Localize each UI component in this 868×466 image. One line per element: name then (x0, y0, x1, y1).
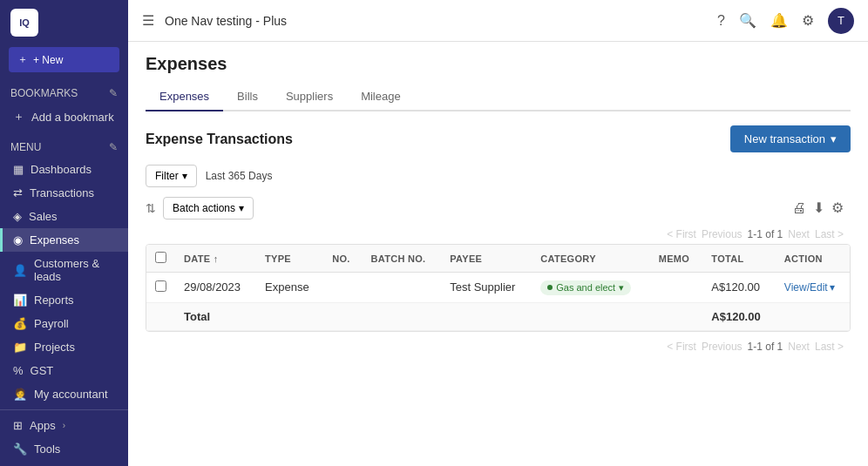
sidebar: IQ ＋ + New BOOKMARKS ✎ ＋ Add a bookmark … (0, 0, 128, 466)
sidebar-item-sales[interactable]: ◈ Sales (0, 205, 128, 228)
total-row: Total A$120.00 (146, 302, 850, 330)
help-icon[interactable]: ? (717, 13, 725, 29)
view-edit-label: View/Edit (784, 281, 828, 294)
row-checkbox[interactable] (155, 280, 166, 292)
sidebar-item-dashboards[interactable]: ▦ Dashboards (0, 158, 128, 181)
first-link-bottom[interactable]: < First (667, 341, 696, 353)
filter-button[interactable]: Filter ▾ (146, 165, 197, 187)
payee-header: PAYEE (441, 245, 532, 273)
sidebar-item-label: Payroll (34, 317, 69, 330)
edit-menu-icon[interactable]: ✎ (109, 141, 118, 153)
gear-icon[interactable]: ⚙ (802, 12, 814, 29)
edit-bookmarks-icon[interactable]: ✎ (109, 87, 118, 99)
type-cell: Expense (256, 273, 323, 303)
menu-header[interactable]: MENU ✎ (0, 137, 128, 158)
last-link-bottom[interactable]: Last > (815, 341, 844, 353)
category-chevron-icon[interactable]: ▾ (619, 282, 624, 294)
sidebar-item-apps[interactable]: ⊞ Apps › (0, 414, 128, 437)
next-link[interactable]: Next (788, 228, 810, 240)
total-header: TOTAL (702, 245, 776, 273)
table: DATE ↑ TYPE NO. BATCH NO. (146, 245, 850, 331)
main-content: ☰ One Nav testing - Plus ? 🔍 🔔 ⚙ T Expen… (128, 0, 868, 466)
print-icon[interactable]: 🖨 (792, 200, 806, 216)
sidebar-add-bookmark[interactable]: ＋ Add a bookmark (0, 104, 128, 130)
tab-bills[interactable]: Bills (223, 83, 272, 111)
next-link-bottom[interactable]: Next (788, 341, 810, 353)
date-header[interactable]: DATE ↑ (175, 245, 256, 273)
section-title: Expense Transactions (146, 132, 293, 147)
filter-label: Filter (155, 170, 179, 182)
sidebar-item-label: Transactions (30, 186, 94, 199)
company-name: One Nav testing - Plus (165, 14, 287, 28)
first-link[interactable]: < First (667, 228, 696, 240)
no-header: NO. (323, 245, 362, 273)
type-header: TYPE (256, 245, 323, 273)
view-edit-chevron-icon: ▾ (830, 281, 835, 294)
pagination-bottom: < First Previous 1-1 of 1 Next Last > (146, 337, 851, 356)
row-checkbox-cell (146, 273, 175, 303)
page-header: Expenses Expenses Bills Suppliers Mileag… (128, 42, 868, 111)
bell-icon[interactable]: 🔔 (770, 12, 788, 29)
settings-table-icon[interactable]: ⚙ (831, 199, 844, 216)
batch-no-cell (362, 273, 441, 303)
bookmarks-section: BOOKMARKS ✎ ＋ Add a bookmark (0, 79, 128, 133)
category-dot (547, 285, 553, 290)
view-edit-button[interactable]: View/Edit ▾ (784, 281, 835, 294)
projects-icon: 📁 (13, 341, 27, 354)
bookmarks-label: BOOKMARKS (10, 87, 78, 99)
sort-icon[interactable]: ⇅ (146, 201, 156, 215)
tab-expenses[interactable]: Expenses (146, 83, 223, 111)
page: Expenses Expenses Bills Suppliers Mileag… (128, 42, 868, 466)
total-label-cell: Total (175, 302, 702, 330)
plus-small-icon: ＋ (13, 109, 24, 125)
previous-link[interactable]: Previous (702, 228, 743, 240)
sidebar-item-reports[interactable]: 📊 Reports (0, 288, 128, 312)
category-cell: Gas and elect ▾ (532, 273, 649, 303)
new-transaction-button[interactable]: New transaction ▾ (730, 125, 851, 152)
sidebar-item-customers[interactable]: 👤 Customers & leads (0, 252, 128, 288)
batch-actions-button[interactable]: Batch actions ▾ (163, 197, 254, 219)
topbar-title: One Nav testing - Plus (165, 14, 707, 28)
expense-transactions-section: Expense Transactions New transaction ▾ F… (128, 111, 868, 370)
category-badge: Gas and elect ▾ (540, 280, 631, 295)
filter-chevron-icon: ▾ (182, 170, 187, 182)
new-transaction-label: New transaction (744, 132, 825, 145)
total-cell: A$120.00 (702, 273, 776, 303)
plus-icon: ＋ (17, 52, 28, 67)
sidebar-tools-label: Tools (34, 442, 60, 456)
select-all-checkbox[interactable] (155, 252, 166, 263)
previous-link-bottom[interactable]: Previous (702, 341, 743, 353)
sidebar-item-my-accountant[interactable]: 🧑‍💼 My accountant (0, 382, 128, 406)
last-link[interactable]: Last > (815, 228, 844, 240)
sidebar-item-gst[interactable]: % GST (0, 359, 128, 382)
category-header: CATEGORY (532, 245, 649, 273)
filter-days: Last 365 Days (206, 170, 273, 182)
pagination-range: 1-1 of 1 (748, 228, 783, 240)
download-icon[interactable]: ⬇ (813, 199, 824, 216)
tabs: Expenses Bills Suppliers Mileage (146, 83, 851, 111)
sidebar-item-expenses[interactable]: ◉ Expenses (0, 228, 128, 252)
sidebar-item-label: Expenses (30, 233, 79, 247)
memo-header: MEMO (650, 245, 703, 273)
add-bookmark-label: Add a bookmark (31, 111, 114, 124)
sidebar-more[interactable]: › More (0) (0, 461, 128, 466)
tab-mileage[interactable]: Mileage (347, 83, 415, 111)
sidebar-item-transactions[interactable]: ⇄ Transactions (0, 181, 128, 205)
bookmarks-header[interactable]: BOOKMARKS ✎ (0, 83, 128, 104)
search-icon[interactable]: 🔍 (739, 12, 756, 29)
sidebar-item-payroll[interactable]: 💰 Payroll (0, 312, 128, 335)
avatar-initials: T (837, 14, 844, 27)
topbar-icons: ? 🔍 🔔 ⚙ T (717, 8, 854, 34)
tab-suppliers[interactable]: Suppliers (272, 83, 347, 111)
hamburger-icon[interactable]: ☰ (142, 12, 154, 29)
sidebar-item-projects[interactable]: 📁 Projects (0, 335, 128, 359)
sidebar-item-label: Customers & leads (34, 257, 118, 283)
sidebar-item-tools[interactable]: 🔧 Tools (0, 437, 128, 461)
no-cell (323, 273, 362, 303)
sidebar-apps-label: Apps (30, 419, 56, 432)
section-header: Expense Transactions New transaction ▾ (146, 125, 851, 152)
new-button[interactable]: ＋ + New (9, 47, 119, 72)
avatar[interactable]: T (828, 8, 854, 34)
batch-actions-label: Batch actions (173, 202, 235, 214)
total-amount-cell: A$120.00 (702, 302, 776, 330)
